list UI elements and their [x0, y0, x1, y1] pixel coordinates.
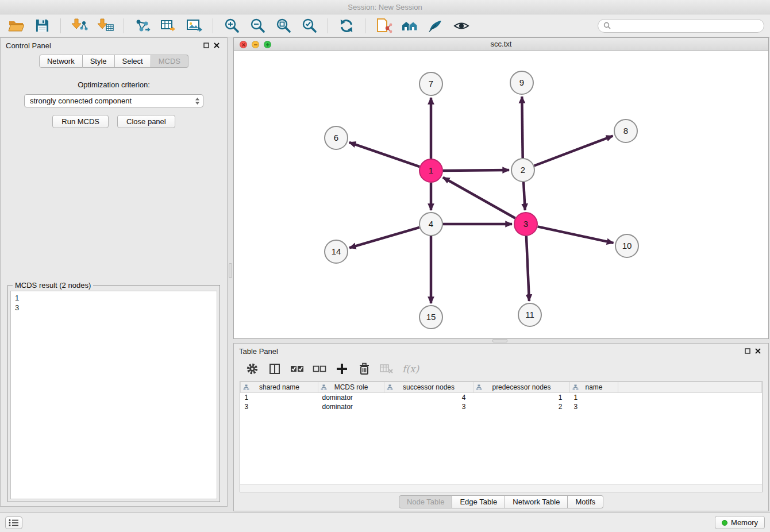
table-tab-network-table[interactable]: Network Table — [505, 495, 568, 508]
zoom-in-button[interactable] — [221, 17, 242, 35]
close-panel-button[interactable] — [211, 40, 222, 51]
control-tab-style[interactable]: Style — [83, 55, 115, 68]
zoom-fit-button[interactable] — [273, 17, 294, 35]
control-tab-mcds[interactable]: MCDS — [151, 55, 188, 68]
apply-layout-button[interactable] — [336, 17, 357, 35]
graph-edge-1-2[interactable] — [443, 170, 509, 171]
graph-node-label: 2 — [521, 165, 525, 175]
export-image-button[interactable] — [184, 17, 205, 35]
minimize-window-button[interactable] — [252, 41, 259, 48]
zoom-out-icon — [250, 18, 265, 33]
network-canvas[interactable]: 7968124314101511 — [234, 51, 768, 338]
table-cell[interactable]: 3 — [384, 402, 473, 411]
open-session-button[interactable] — [6, 17, 26, 35]
criterion-select[interactable]: strongly connected component — [24, 94, 203, 107]
vertical-splitter-handle[interactable] — [229, 263, 232, 278]
window-title: Session: New Session — [348, 3, 422, 11]
show-panels-button[interactable] — [5, 516, 22, 529]
table-row[interactable]: 3dominator323 — [241, 402, 762, 411]
graph-node-label: 7 — [429, 79, 433, 88]
graph-edge-1-6[interactable] — [349, 142, 420, 167]
graph-node-label: 15 — [426, 312, 436, 322]
apply-style-button[interactable] — [425, 17, 446, 35]
table-cell[interactable]: 1 — [570, 393, 618, 402]
columns-icon — [269, 363, 280, 375]
column-header-mcds-role[interactable]: MCDS role — [318, 382, 384, 393]
mcds-result-item[interactable]: 3 — [15, 303, 213, 313]
first-neighbors-button[interactable] — [399, 17, 420, 35]
import-network-button[interactable] — [69, 17, 90, 35]
graphics-details-button[interactable] — [451, 17, 472, 35]
search-input[interactable] — [614, 21, 759, 30]
mcds-result-item[interactable]: 1 — [15, 293, 213, 303]
table-cell[interactable]: dominator — [318, 402, 384, 411]
maximize-window-button[interactable] — [264, 41, 271, 48]
create-column-button[interactable] — [335, 361, 349, 376]
search-icon — [603, 22, 611, 29]
plus-icon — [336, 363, 348, 375]
delete-columns-button[interactable] — [357, 361, 371, 376]
delete-table-icon — [380, 363, 394, 375]
graph-edge-3-10[interactable] — [538, 226, 614, 243]
zoom-selected-button[interactable] — [299, 17, 319, 35]
show-columns-button[interactable] — [268, 361, 282, 376]
memory-button[interactable]: Memory — [715, 516, 765, 529]
column-header-shared-name[interactable]: shared name — [241, 382, 318, 393]
list-icon — [9, 519, 19, 527]
search-field[interactable] — [598, 19, 764, 33]
unchecked-boxes-icon — [313, 364, 326, 374]
unselect-all-columns-button[interactable] — [313, 361, 326, 376]
column-header-successor-nodes[interactable]: successor nodes — [384, 382, 473, 393]
graph-edge-4-14[interactable] — [349, 228, 419, 248]
save-session-button[interactable] — [32, 17, 52, 35]
table-row[interactable]: 1dominator411 — [241, 393, 762, 402]
control-tab-network[interactable]: Network — [39, 55, 83, 68]
graph-edge-3-1[interactable] — [443, 178, 515, 218]
function-builder-button[interactable]: f(x) — [402, 361, 419, 376]
document-network-icon — [375, 18, 392, 33]
table-tab-edge-table[interactable]: Edge Table — [452, 495, 505, 508]
network-window-titlebar[interactable]: scc.txt — [234, 38, 768, 51]
column-header-name[interactable]: name — [570, 382, 618, 393]
import-table-button[interactable] — [95, 17, 116, 35]
table-cell[interactable]: 4 — [384, 393, 473, 402]
close-window-button[interactable] — [240, 41, 247, 48]
table-horizontal-scrollbar[interactable] — [240, 484, 762, 492]
close-table-panel-button[interactable] — [753, 346, 763, 356]
float-panel-button[interactable] — [201, 40, 211, 51]
run-mcds-button[interactable]: Run MCDS — [52, 115, 109, 128]
float-table-panel-button[interactable] — [742, 346, 753, 356]
zoom-out-button[interactable] — [247, 17, 268, 35]
graph-node-label: 4 — [429, 219, 433, 229]
window-titlebar: Session: New Session — [0, 0, 770, 14]
close-panel-action-button[interactable]: Close panel — [117, 115, 175, 128]
graph-edge-2-8[interactable] — [534, 136, 613, 166]
table-tab-node-table[interactable]: Node Table — [399, 495, 453, 508]
table-tab-motifs[interactable]: Motifs — [568, 495, 603, 508]
style-brush-icon — [428, 19, 443, 33]
table-panel-header: Table Panel — [234, 344, 768, 358]
column-header-predecessor-nodes[interactable]: predecessor nodes — [473, 382, 570, 393]
table-cell[interactable]: dominator — [318, 393, 384, 402]
graph-edge-3-11[interactable] — [526, 236, 529, 301]
table-cell[interactable]: 1 — [241, 393, 318, 402]
trash-icon — [359, 363, 370, 375]
table-cell[interactable]: 2 — [473, 402, 570, 411]
mcds-result-list[interactable]: 13 — [10, 291, 217, 499]
table-cell[interactable]: 1 — [473, 393, 570, 402]
horizontal-splitter-handle[interactable] — [492, 339, 507, 342]
table-cell[interactable]: 3 — [241, 402, 318, 411]
control-tab-select[interactable]: Select — [115, 55, 151, 68]
delete-table-button[interactable] — [380, 361, 394, 376]
export-network-button[interactable] — [132, 17, 153, 35]
graph-edge-2-9[interactable] — [522, 97, 522, 158]
node-table-body: 1dominator4113dominator323 — [241, 393, 762, 411]
export-table-button[interactable] — [158, 17, 179, 35]
graph-edge-2-3[interactable] — [523, 182, 525, 210]
table-settings-button[interactable] — [245, 361, 259, 376]
graph-node-label: 14 — [332, 246, 341, 256]
table-cell[interactable]: 3 — [570, 402, 618, 411]
select-all-columns-button[interactable] — [290, 361, 304, 376]
new-network-from-selection-button[interactable] — [374, 17, 394, 35]
optimization-criterion-label: Optimization criterion: — [1, 80, 227, 89]
